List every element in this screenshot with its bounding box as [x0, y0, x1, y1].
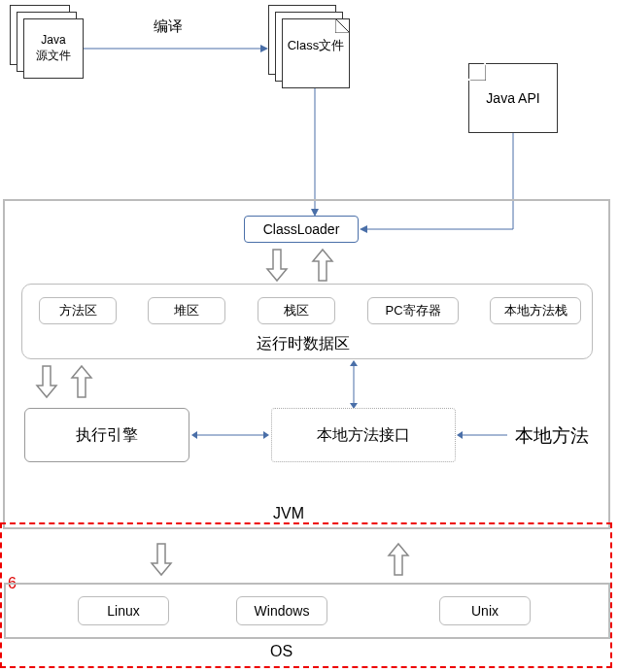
arrow-execengine-up-icon [70, 364, 93, 399]
java-source-stack-1: Java 源文件 [23, 18, 84, 79]
svg-marker-8 [350, 360, 358, 366]
svg-marker-1 [260, 45, 268, 52]
runtime-data-area-label: 运行时数据区 [257, 334, 350, 354]
arrow-exec-native-horizontal [191, 429, 269, 441]
os-linux-box: Linux [78, 596, 169, 625]
heap-area-box: 堆区 [148, 297, 225, 324]
svg-marker-11 [191, 431, 197, 439]
arrow-runtime-down-icon [35, 364, 58, 399]
jvm-container [3, 199, 610, 529]
compile-label: 编译 [154, 17, 183, 36]
os-label: OS [270, 643, 292, 660]
arrow-classloader-down-icon [265, 248, 289, 283]
native-methods-label: 本地方法 [515, 423, 589, 449]
svg-line-3 [468, 63, 486, 81]
arrow-native-methods [457, 429, 507, 441]
svg-marker-12 [263, 431, 269, 439]
native-stack-box: 本地方法栈 [490, 297, 581, 324]
os-unix-box: Unix [439, 596, 531, 625]
arrow-jvm-down-icon [150, 542, 173, 577]
arrow-runtime-up-icon [311, 248, 334, 283]
method-area-box: 方法区 [39, 297, 117, 324]
class-file-corner-icon [335, 18, 350, 33]
svg-marker-14 [457, 431, 463, 439]
arrow-classfile-to-classloader [309, 88, 321, 217]
arrow-os-up-icon [387, 542, 410, 577]
execution-engine-box: 执行引擎 [24, 408, 189, 462]
os-windows-box: Windows [236, 596, 327, 625]
classloader-box: ClassLoader [244, 216, 359, 243]
arrow-source-to-class [84, 43, 268, 54]
stack-area-box: 栈区 [258, 297, 335, 324]
arrow-runtime-native-vertical [348, 360, 360, 409]
java-api-label: Java API [486, 90, 539, 106]
svg-line-2 [335, 18, 350, 33]
java-api-corner-icon [468, 63, 486, 81]
jvm-label: JVM [273, 505, 304, 522]
pc-register-box: PC寄存器 [367, 297, 459, 324]
native-interface-box: 本地方法接口 [271, 408, 456, 462]
